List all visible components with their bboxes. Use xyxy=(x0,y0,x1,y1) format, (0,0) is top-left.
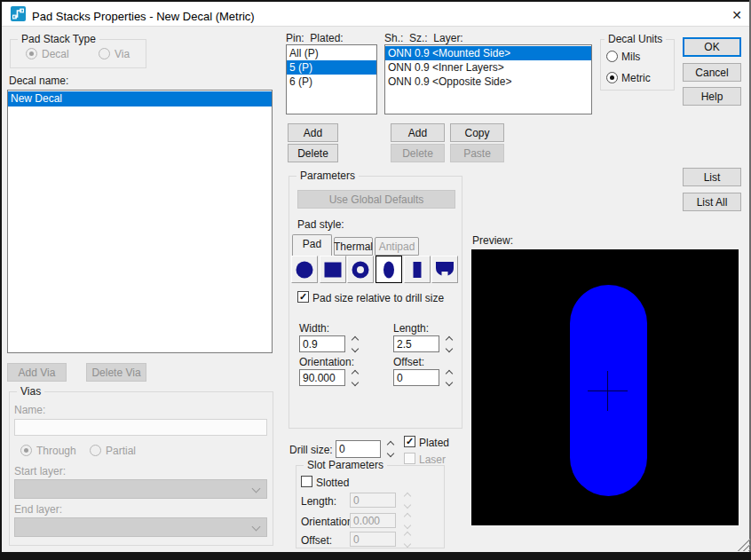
slot-offset-input xyxy=(350,532,396,547)
orientation-input[interactable] xyxy=(299,369,345,386)
pin-add-button[interactable]: Add xyxy=(288,123,338,142)
window-border-bottom xyxy=(0,552,751,560)
partial-radio-label: Partial xyxy=(106,445,136,457)
check-icon: ✓ xyxy=(299,291,307,302)
list-item[interactable]: 5 (P) xyxy=(287,60,376,75)
layer-list[interactable]: ONN 0.9 <Mounted Side> ONN 0.9 <Inner La… xyxy=(384,44,592,114)
parameters-legend: Parameters xyxy=(296,170,359,182)
app-logo-icon xyxy=(11,6,26,21)
use-global-defaults-button: Use Global Defaults xyxy=(297,190,455,209)
help-button[interactable]: Help xyxy=(683,87,741,106)
plated-label: Plated xyxy=(419,437,449,449)
slot-length-spinner xyxy=(401,491,413,510)
pad-shape-circle-button[interactable] xyxy=(291,256,318,283)
pin-list[interactable]: All (P) 5 (P) 6 (P) xyxy=(286,44,377,114)
pad-shape-rectangle-button[interactable] xyxy=(404,256,431,283)
via-radio xyxy=(99,48,110,59)
layer-copy-button[interactable]: Copy xyxy=(450,123,504,142)
slot-length-label: Length: xyxy=(301,495,336,508)
odd-pad-icon xyxy=(434,260,455,280)
list-button[interactable]: List xyxy=(683,168,741,186)
list-item[interactable]: All (P) xyxy=(287,46,376,60)
slot-parameters-legend: Slot Parameters xyxy=(304,459,387,471)
length-spinner[interactable] xyxy=(443,335,455,354)
origin-crosshair-icon xyxy=(607,371,608,411)
tab-antipad: Antipad xyxy=(375,237,419,256)
plated-checkbox[interactable]: ✓ xyxy=(404,436,415,447)
close-icon[interactable]: ✕ xyxy=(726,5,747,25)
square-pad-icon xyxy=(322,260,344,280)
slot-orientation-spinner xyxy=(401,511,413,531)
list-item[interactable]: New Decal xyxy=(8,91,272,106)
pad-stack-type-group: Pad Stack Type Decal Via xyxy=(10,39,146,68)
through-radio xyxy=(20,445,32,456)
width-input[interactable] xyxy=(299,335,345,352)
offset-label: Offset: xyxy=(393,356,424,368)
vias-legend: Vias xyxy=(17,385,44,398)
pad-stacks-properties-dialog: Pad Stacks Properties - New Decal (Metri… xyxy=(0,0,751,560)
resize-grip[interactable] xyxy=(737,537,750,551)
list-item[interactable]: 6 (P) xyxy=(287,75,376,89)
list-item[interactable]: ONN 0.9 <Opposite Side> xyxy=(385,75,591,89)
offset-input[interactable] xyxy=(393,369,439,386)
width-spinner[interactable] xyxy=(349,335,360,354)
decal-units-group: Decal Units Mils Metric xyxy=(600,39,675,91)
ok-button[interactable]: OK xyxy=(683,37,741,57)
oval-pad-icon xyxy=(378,260,399,280)
pin-delete-button[interactable]: Delete xyxy=(288,144,338,162)
laser-checkbox xyxy=(404,453,415,464)
via-name-label: Name: xyxy=(14,404,45,416)
metric-radio[interactable] xyxy=(606,72,618,83)
decal-name-label: Decal name: xyxy=(9,75,68,87)
length-input[interactable] xyxy=(393,335,439,352)
drill-size-label: Drill size: xyxy=(289,444,333,456)
tab-thermal[interactable]: Thermal xyxy=(334,237,373,256)
layer-delete-button: Delete xyxy=(391,144,445,162)
decal-radio xyxy=(26,48,37,59)
metric-radio-label: Metric xyxy=(621,72,651,84)
add-via-button: Add Via xyxy=(7,363,67,382)
window-title: Pad Stacks Properties - New Decal (Metri… xyxy=(32,10,255,23)
laser-label: Laser xyxy=(419,454,446,466)
drill-size-spinner[interactable] xyxy=(384,439,396,459)
decal-name-list[interactable]: New Decal xyxy=(7,90,273,353)
mils-radio-label: Mils xyxy=(621,51,640,63)
circle-pad-icon xyxy=(294,260,315,280)
pad-size-relative-checkbox[interactable]: ✓ xyxy=(297,291,309,303)
pad-size-relative-label: Pad size relative to drill size xyxy=(312,292,444,304)
preview-canvas xyxy=(471,249,739,525)
through-radio-label: Through xyxy=(36,445,76,457)
end-layer-dropdown xyxy=(14,517,267,537)
width-label: Width: xyxy=(299,322,329,335)
title-bar: Pad Stacks Properties - New Decal (Metri… xyxy=(2,2,749,27)
slotted-checkbox[interactable] xyxy=(301,476,312,487)
list-item[interactable]: ONN 0.9 <Inner Layers> xyxy=(385,60,591,75)
drill-size-input[interactable] xyxy=(336,440,381,458)
slot-orientation-label: Orientation: xyxy=(301,516,356,528)
list-item[interactable]: ONN 0.9 <Mounted Side> xyxy=(385,46,591,60)
pad-shape-square-button[interactable] xyxy=(320,256,346,283)
tab-pad[interactable]: Pad xyxy=(292,234,332,256)
mils-radio[interactable] xyxy=(606,51,618,62)
orientation-label: Orientation: xyxy=(299,356,354,368)
via-radio-label: Via xyxy=(115,48,130,60)
sh-sz-layer-label: Sh.: Sz.: Layer: xyxy=(384,32,463,44)
list-all-button[interactable]: List All xyxy=(683,193,741,211)
start-layer-dropdown xyxy=(14,479,267,499)
check-icon: ✓ xyxy=(406,436,414,446)
pad-shape-odd-button[interactable] xyxy=(431,256,458,283)
chevron-down-icon xyxy=(252,523,261,532)
pin-plated-label: Pin: Plated: xyxy=(286,32,344,44)
chevron-down-icon xyxy=(252,485,261,493)
orientation-spinner[interactable] xyxy=(349,368,360,388)
pad-shape-oval-button[interactable] xyxy=(376,256,402,283)
window-border-left xyxy=(0,0,2,560)
pad-style-label: Pad style: xyxy=(297,218,344,231)
layer-paste-button: Paste xyxy=(450,144,504,162)
layer-add-button[interactable]: Add xyxy=(391,123,445,142)
offset-spinner[interactable] xyxy=(443,368,455,388)
pad-shape-donut-button[interactable] xyxy=(347,256,374,283)
cancel-button[interactable]: Cancel xyxy=(683,63,741,82)
donut-pad-icon xyxy=(350,260,371,280)
slotted-label: Slotted xyxy=(316,477,349,489)
